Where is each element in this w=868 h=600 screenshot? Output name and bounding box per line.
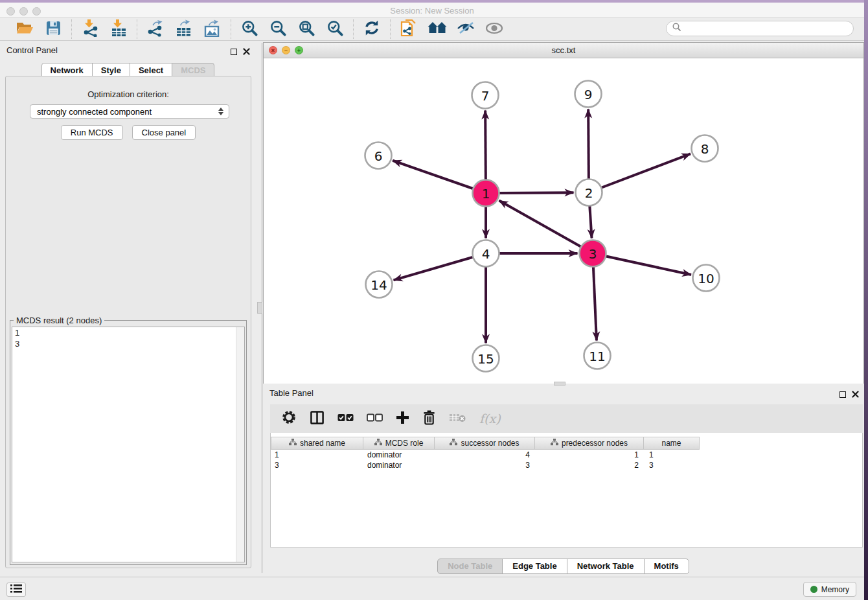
- memory-button[interactable]: Memory: [803, 582, 856, 597]
- control-panel-title: Control Panel: [6, 45, 58, 55]
- graph-edge-3-10[interactable]: [593, 253, 691, 275]
- table-panel: Table Panel: [263, 386, 864, 575]
- graph-edge-4-14[interactable]: [394, 253, 486, 280]
- graph-node-3[interactable]: 3: [580, 240, 606, 267]
- zoom-selected-button[interactable]: [325, 19, 345, 39]
- table-cell: dominator: [363, 460, 435, 470]
- app-title: Session: New Session: [0, 6, 864, 16]
- show-graphics-details-button[interactable]: [485, 19, 504, 39]
- mcds-result-list[interactable]: 13: [12, 327, 245, 562]
- select-all-columns-button[interactable]: [337, 409, 354, 428]
- network-canvas[interactable]: 7968124314101511: [264, 58, 863, 384]
- column-header-predecessor-nodes[interactable]: predecessor nodes: [535, 437, 644, 450]
- main-toolbar: [0, 18, 864, 41]
- close-panel-button[interactable]: Close panel: [132, 125, 196, 140]
- svg-text:14: 14: [371, 277, 387, 293]
- graph-node-9[interactable]: 9: [575, 81, 602, 108]
- zoom-in-icon: [241, 19, 258, 40]
- panel-splitter[interactable]: [257, 43, 263, 573]
- column-header-label: name: [661, 439, 681, 448]
- column-header-mcds-role[interactable]: MCDS role: [363, 437, 435, 450]
- search-input[interactable]: [685, 24, 853, 34]
- svg-text:9: 9: [584, 87, 593, 102]
- import-network-button[interactable]: [80, 19, 100, 39]
- graph-node-4[interactable]: 4: [473, 240, 499, 267]
- show-columns-button[interactable]: [310, 409, 325, 428]
- float-table-panel-icon[interactable]: [839, 391, 846, 398]
- column-header-name[interactable]: name: [644, 437, 700, 450]
- table-tab-node-table[interactable]: Node Table: [437, 559, 503, 574]
- open-session-button[interactable]: [15, 19, 34, 39]
- graph-edge-3-1[interactable]: [499, 201, 593, 253]
- refresh-icon: [363, 19, 380, 39]
- first-neighbors-button[interactable]: [399, 19, 418, 39]
- zoom-out-button[interactable]: [268, 19, 288, 39]
- network-titlebar[interactable]: × − + scc.txt: [264, 43, 863, 58]
- table-tab-network-table[interactable]: Network Table: [567, 559, 645, 574]
- column-type-icon: [289, 439, 297, 448]
- import-table-icon: [110, 19, 128, 40]
- float-panel-icon[interactable]: [231, 49, 237, 55]
- zoom-in-button[interactable]: [240, 19, 259, 39]
- svg-text:10: 10: [698, 271, 714, 286]
- column-header-shared-name[interactable]: shared name: [271, 437, 363, 450]
- zoom-out-icon: [269, 19, 287, 40]
- delete-table-button[interactable]: [449, 409, 466, 428]
- table-header-row: shared nameMCDS rolesuccessor nodesprede…: [271, 437, 700, 450]
- network-overview-button[interactable]: [428, 19, 447, 39]
- column-header-successor-nodes[interactable]: successor nodes: [435, 437, 535, 450]
- table-row[interactable]: 1dominator411: [271, 450, 862, 460]
- zoom-fit-button[interactable]: [297, 19, 316, 39]
- save-session-button[interactable]: [43, 19, 63, 39]
- export-network-button[interactable]: [146, 19, 165, 39]
- status-bar: Memory: [0, 577, 864, 600]
- graph-node-14[interactable]: 14: [366, 271, 393, 298]
- table-panel-title: Table Panel: [269, 388, 314, 398]
- graph-node-6[interactable]: 6: [365, 143, 392, 169]
- optimization-select-value: strongly connected component: [37, 107, 218, 117]
- eye-icon: [485, 22, 503, 37]
- column-header-label: successor nodes: [461, 439, 519, 448]
- graph-node-8[interactable]: 8: [692, 135, 718, 162]
- column-type-icon: [374, 439, 382, 448]
- table-tab-motifs[interactable]: Motifs: [644, 559, 689, 574]
- optimization-select[interactable]: strongly connected component: [30, 104, 229, 119]
- function-builder-button[interactable]: f(x): [479, 409, 501, 428]
- table-tab-edge-table[interactable]: Edge Table: [502, 559, 567, 574]
- svg-text:7: 7: [481, 88, 490, 104]
- run-mcds-button[interactable]: Run MCDS: [61, 125, 123, 140]
- table-cell: 1: [535, 450, 644, 460]
- graph-node-7[interactable]: 7: [472, 82, 499, 109]
- graph-node-15[interactable]: 15: [473, 345, 499, 372]
- refresh-button[interactable]: [362, 19, 382, 39]
- save-disk-icon: [45, 20, 62, 39]
- hide-graphics-details-button[interactable]: [456, 19, 475, 39]
- export-table-button[interactable]: [174, 19, 194, 39]
- graph-node-2[interactable]: 2: [576, 179, 602, 206]
- control-panel: Control Panel NetworkStyleSelectMCDS Opt…: [0, 43, 257, 573]
- graph-edge-2-8[interactable]: [589, 154, 691, 192]
- create-column-button[interactable]: [396, 409, 409, 428]
- table-settings-button[interactable]: [281, 409, 297, 428]
- app-titlebar: Session: New Session: [0, 3, 864, 18]
- result-scrollbar[interactable]: [236, 327, 244, 562]
- task-history-button[interactable]: [6, 583, 26, 597]
- plus-icon: [396, 411, 409, 427]
- trash-icon: [422, 410, 436, 428]
- delete-columns-button[interactable]: [422, 409, 436, 428]
- graph-node-10[interactable]: 10: [693, 265, 720, 292]
- unselect-all-columns-button[interactable]: [367, 409, 383, 428]
- close-panel-icon[interactable]: [243, 46, 250, 58]
- column-header-label: shared name: [300, 439, 345, 448]
- import-table-button[interactable]: [109, 19, 128, 39]
- graph-node-1[interactable]: 1: [473, 180, 499, 207]
- graph-node-11[interactable]: 11: [584, 343, 611, 369]
- graph-edge-1-6[interactable]: [393, 161, 486, 193]
- table-row[interactable]: 3dominator323: [271, 460, 862, 470]
- search-box[interactable]: [666, 21, 854, 36]
- splitter-handle[interactable]: [257, 302, 262, 314]
- close-table-panel-icon[interactable]: [852, 389, 859, 400]
- svg-text:15: 15: [477, 351, 494, 367]
- export-image-button[interactable]: [203, 19, 222, 39]
- svg-text:6: 6: [374, 148, 383, 164]
